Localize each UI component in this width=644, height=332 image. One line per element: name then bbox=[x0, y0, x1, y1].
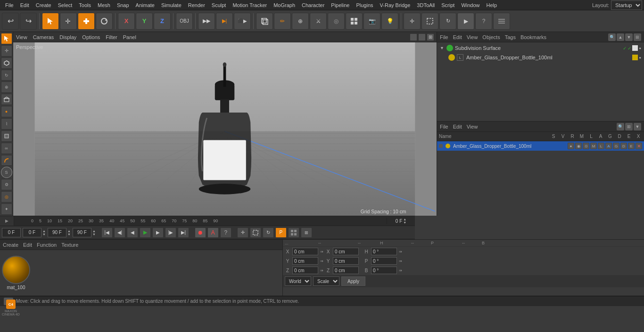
attr-file[interactable]: File bbox=[440, 124, 448, 130]
mat-create[interactable]: Create bbox=[3, 242, 18, 248]
timeline-ruler[interactable]: 0 5 10 15 20 25 30 35 40 45 50 55 60 65 … bbox=[28, 216, 387, 226]
end-frame-input[interactable] bbox=[48, 228, 66, 237]
menu-mesh[interactable]: Mesh bbox=[94, 1, 114, 9]
attr-icon-v[interactable]: ◉ bbox=[575, 143, 582, 149]
world-dropdown[interactable]: World bbox=[285, 276, 311, 286]
playback-extra3[interactable]: ↻ bbox=[263, 227, 274, 238]
viewport-icon-2[interactable] bbox=[419, 34, 425, 40]
camera-button[interactable]: 📷 bbox=[363, 13, 380, 30]
knife-tool-button[interactable]: ⚔ bbox=[310, 13, 327, 30]
coord-p-input[interactable] bbox=[371, 257, 397, 265]
left-btn-brush[interactable]: ↻ bbox=[1, 70, 12, 81]
obj-mgr-bookmarks[interactable]: Bookmarks bbox=[520, 34, 546, 40]
move-tool-button[interactable]: ✛ bbox=[60, 13, 77, 30]
go-end-button[interactable]: ▶| bbox=[178, 227, 189, 238]
viewport-filter-menu[interactable]: Filter bbox=[106, 34, 117, 40]
left-btn-extrude[interactable] bbox=[1, 94, 12, 105]
rotate2-button[interactable]: ↻ bbox=[439, 13, 456, 30]
info-button[interactable]: ? bbox=[475, 13, 492, 30]
menu-sculpt[interactable]: Sculpt bbox=[208, 1, 230, 9]
viewport-icon-1[interactable] bbox=[410, 34, 417, 40]
menu-edit[interactable]: Edit bbox=[17, 1, 33, 9]
obj-mgr-search-icon[interactable]: 🔍 bbox=[608, 33, 616, 41]
obj-mgr-arrow-down-icon[interactable]: ▼ bbox=[625, 33, 633, 41]
obj-check2-subdivision[interactable]: ✓ bbox=[627, 46, 631, 51]
attr-arrow-icon[interactable]: ▼ bbox=[634, 123, 641, 130]
prev-frame-input[interactable] bbox=[23, 228, 41, 237]
max-frame-input[interactable] bbox=[73, 228, 91, 237]
undo-button[interactable]: ↩ bbox=[2, 13, 19, 30]
max-frame-arrows[interactable]: ▲ ▼ bbox=[92, 229, 96, 236]
grid-button[interactable] bbox=[346, 13, 363, 30]
menu-mograph[interactable]: MoGraph bbox=[270, 1, 298, 9]
left-btn-move[interactable]: ✛ bbox=[1, 45, 12, 57]
viewport-cameras-menu[interactable]: Cameras bbox=[33, 34, 54, 40]
left-btn-tools[interactable]: ⚙ bbox=[1, 179, 12, 190]
left-btn-scale2[interactable]: S bbox=[1, 167, 12, 178]
z-axis-button[interactable]: Z bbox=[154, 13, 171, 30]
obj-mgr-arrow-up-icon[interactable]: ▲ bbox=[617, 33, 624, 41]
menu-create[interactable]: Create bbox=[33, 1, 55, 9]
menu-tools[interactable]: Tools bbox=[75, 1, 94, 9]
coord-z-pos-input[interactable] bbox=[292, 267, 318, 274]
layout-select[interactable]: Startup bbox=[611, 0, 642, 10]
playback-extra4[interactable]: P bbox=[275, 227, 287, 238]
obj-row-amber-bottle[interactable]: L Amber_Glass_Dropper_Bottle_100ml ● bbox=[438, 53, 643, 62]
left-btn-bevel[interactable] bbox=[1, 155, 12, 166]
attr-edit[interactable]: Edit bbox=[453, 124, 462, 130]
menu-select[interactable]: Select bbox=[55, 1, 76, 9]
view-cube-button[interactable] bbox=[256, 13, 273, 30]
frame-arrow-up[interactable]: ▲ ▼ bbox=[403, 218, 406, 224]
menu-vray-bridge[interactable]: V-Ray Bridge bbox=[377, 1, 414, 9]
attr-collapse-icon-row[interactable] bbox=[439, 144, 443, 148]
left-btn-select[interactable] bbox=[1, 33, 12, 44]
auto-key-button[interactable]: A bbox=[207, 227, 219, 238]
coord-y-arrow-icon[interactable]: ⇒ bbox=[320, 259, 323, 263]
next-key-button[interactable]: |▶ bbox=[165, 227, 176, 238]
menu-render[interactable]: Render bbox=[185, 1, 208, 9]
left-btn-polygon[interactable] bbox=[1, 57, 12, 69]
coord-z-arrow-icon[interactable]: ⇒ bbox=[320, 268, 323, 273]
pen-tool-button[interactable]: ✏ bbox=[274, 13, 291, 30]
prev-frame-button[interactable]: ◀ bbox=[127, 227, 138, 238]
attr-icon-d[interactable]: D bbox=[620, 143, 627, 149]
menu-help[interactable]: Help bbox=[483, 1, 501, 9]
question-button[interactable]: ? bbox=[220, 227, 231, 238]
attr-collapse-icon[interactable]: ⊞ bbox=[625, 123, 633, 130]
coord-b-input[interactable] bbox=[371, 267, 397, 274]
attr-icon-l[interactable]: L bbox=[598, 143, 604, 149]
light-button[interactable]: 💡 bbox=[381, 13, 398, 30]
left-btn-polys[interactable] bbox=[1, 130, 12, 142]
playback-extra6[interactable]: ⊞ bbox=[301, 227, 312, 238]
menu-file[interactable]: File bbox=[2, 1, 17, 9]
go-start-button[interactable]: |◀ bbox=[101, 227, 113, 238]
viewport-icon-3[interactable]: ⊞ bbox=[427, 34, 434, 40]
render-region-button[interactable]: ▶▶ bbox=[198, 13, 215, 30]
coord-z-rot-input[interactable] bbox=[333, 267, 359, 274]
move-tool2-button[interactable]: ✛ bbox=[404, 13, 421, 30]
scale-tool-button[interactable] bbox=[78, 13, 95, 30]
mat-function[interactable]: Function bbox=[37, 242, 57, 248]
coord-h-input[interactable] bbox=[371, 248, 397, 255]
attr-obj-row-amber-bottle[interactable]: Amber_Glass_Dropper_Bottle_100ml ● ◉ ⊙ M… bbox=[437, 141, 644, 151]
menu-character[interactable]: Character bbox=[298, 1, 328, 9]
prev-key-button[interactable]: ◀| bbox=[114, 227, 125, 238]
record-button[interactable]: ⏺ bbox=[195, 227, 206, 238]
left-btn-paint[interactable]: ◎ bbox=[1, 191, 12, 202]
menu-window[interactable]: Window bbox=[458, 1, 483, 9]
coord-p-arrow-icon[interactable]: ⇒ bbox=[399, 259, 402, 263]
viewport-panel-menu[interactable]: Panel bbox=[123, 34, 136, 40]
menu-plugins[interactable]: Plugins bbox=[353, 1, 376, 9]
menu-3dtoall[interactable]: 3DToAll bbox=[413, 1, 438, 9]
left-btn-knife[interactable]: ⊕ bbox=[1, 81, 12, 93]
y-axis-button[interactable]: Y bbox=[136, 13, 153, 30]
mat-texture[interactable]: Texture bbox=[61, 242, 78, 248]
viewport[interactable]: Perspective bbox=[13, 42, 437, 216]
coord-h-arrow-icon[interactable]: ⇒ bbox=[399, 250, 402, 254]
sculpt-button[interactable]: ⊕ bbox=[292, 13, 309, 30]
left-btn-points[interactable]: ● bbox=[1, 106, 12, 117]
start-frame-input[interactable] bbox=[2, 228, 21, 237]
prev-frame-arrows[interactable]: ▲ ▼ bbox=[42, 229, 46, 236]
attr-search-icon[interactable]: 🔍 bbox=[617, 123, 624, 130]
menu-animate[interactable]: Animate bbox=[132, 1, 158, 9]
